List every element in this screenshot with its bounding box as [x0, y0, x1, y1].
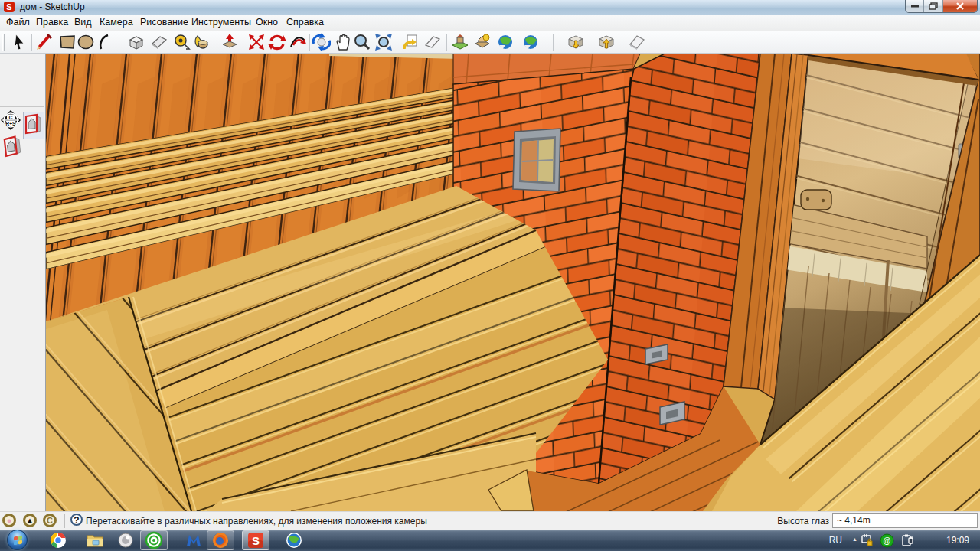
svg-text:S: S [252, 534, 260, 547]
svg-text:@: @ [884, 536, 891, 545]
svg-text:R+S: R+S [6, 121, 16, 126]
svg-text:C: C [8, 115, 12, 120]
